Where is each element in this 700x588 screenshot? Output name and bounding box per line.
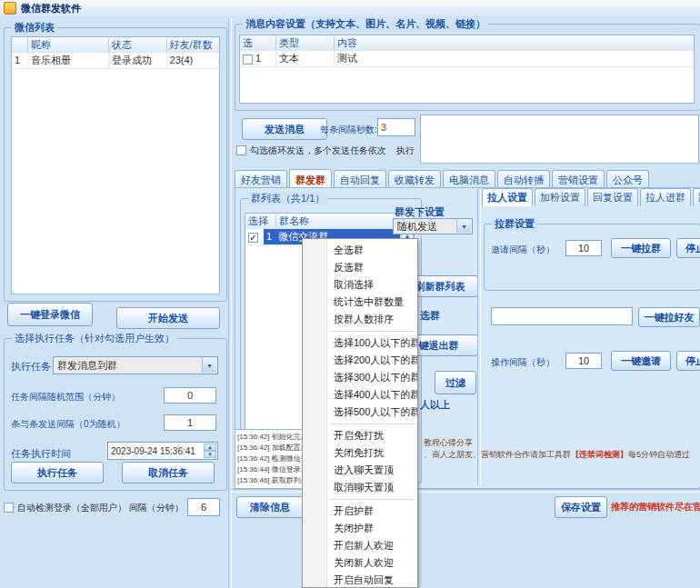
task-time-value: 2023-09-24 15:36:41 — [111, 446, 195, 456]
menu-item-clear-selection[interactable]: 取消选择 — [303, 276, 417, 294]
subtab-pull-into-group[interactable]: 拉人进群 — [640, 188, 691, 206]
account-row-index: 1 — [12, 53, 28, 68]
send-gap-input[interactable]: 1 — [164, 414, 216, 431]
subtab-fans-settings[interactable]: 加粉设置 — [535, 188, 585, 206]
chevron-down-icon[interactable]: ▼ — [456, 220, 471, 233]
notice-line2-highlight: 【违禁词检测】 — [571, 450, 628, 459]
task-select[interactable]: 群发消息到群 ▼ — [53, 356, 218, 374]
menu-item-select-under-100[interactable]: 选择100人以下的群 — [303, 334, 417, 352]
menu-item-invert-selection[interactable]: 反选群 — [303, 259, 417, 276]
op-invite-button[interactable]: 一键邀请 — [611, 351, 671, 371]
app-icon — [4, 2, 16, 15]
task-interval-label: 任务间隔随机范围（分钟） — [11, 391, 120, 404]
app-window: 微信群发软件 微信列表 昵称 状态 好友/群数 1 音乐相册 登录成功 23(4… — [0, 0, 700, 588]
message-col-type: 类型 — [276, 35, 335, 50]
spinner-up-icon[interactable]: ▲ — [204, 443, 216, 451]
group-list-title: 群列表（共1/1） — [248, 192, 327, 205]
wechat-account-table: 昵称 状态 好友/群数 1 音乐相册 登录成功 23(4) — [11, 36, 220, 294]
menu-item-welcome-on[interactable]: 开启新人欢迎 — [303, 537, 417, 554]
context-menu: 全选群 反选群 取消选择 统计选中群数量 按群人数排序 选择100人以下的群 选… — [302, 238, 418, 588]
menu-item-autoreply-on[interactable]: 开启自动回复 — [303, 572, 417, 588]
message-row-select: 1 — [240, 51, 276, 66]
task-time-input[interactable]: 2023-09-24 15:36:41 ▲ ▼ — [107, 442, 218, 460]
loop-send-label-text: 勾选循环发送，多个发送任务依次 — [250, 145, 386, 155]
menu-item-unpin-chat[interactable]: 取消聊天置顶 — [303, 479, 417, 496]
menu-separator — [330, 424, 415, 424]
autocheck-label: 自动检测登录（全部用户） 间隔（分钟） — [17, 502, 184, 514]
menu-item-guard-off[interactable]: 关闭护群 — [303, 520, 417, 537]
tab-favorite-forward[interactable]: 收藏转发 — [388, 170, 441, 189]
tab-auto-relay[interactable]: 自动转播 — [497, 170, 550, 189]
invite-button[interactable]: 一键拉群 — [611, 238, 671, 258]
message-col-content: 内容 — [335, 35, 694, 50]
per-interval-label: 每条间隔秒数: — [320, 124, 377, 136]
subtab-invite-settings[interactable]: 拉人设置 — [482, 188, 533, 206]
message-row-checkbox[interactable] — [243, 55, 253, 65]
autocheck-checkbox[interactable] — [4, 503, 14, 513]
save-settings-button[interactable]: 保存设置 — [555, 496, 607, 518]
message-input-textarea[interactable] — [420, 115, 699, 164]
message-row-type: 文本 — [276, 51, 335, 66]
subtab-reply-settings[interactable]: 回复设置 — [587, 188, 638, 206]
loop-send-checkbox[interactable] — [236, 145, 246, 155]
tab-group-send[interactable]: 群发群 — [289, 169, 332, 189]
per-interval-input[interactable]: 3 — [377, 118, 415, 136]
tab-auto-reply[interactable]: 自动回复 — [334, 170, 386, 189]
tab-marketing-settings[interactable]: 营销设置 — [552, 170, 605, 189]
notice-line2-pre: 、商人之朋友、营销软件合作请加工具群 — [424, 450, 571, 459]
menu-item-mute-on[interactable]: 开启免打扰 — [303, 427, 417, 444]
select-group-label: 选群 — [420, 309, 440, 323]
account-col-counts: 好友/群数 — [167, 37, 219, 52]
menu-item-select-under-500[interactable]: 选择500人以下的群 — [303, 404, 417, 421]
message-row-content: 测试 — [335, 51, 694, 66]
cancel-task-button[interactable]: 取消任务 — [122, 462, 215, 483]
tab-friend-marketing[interactable]: 好友营销 — [235, 170, 287, 189]
op-stop-button[interactable]: 停止 — [676, 351, 700, 371]
group-list-header: 选择 群名称 — [245, 214, 414, 229]
menu-item-mute-off[interactable]: 关闭免打扰 — [303, 444, 417, 462]
menu-item-guard-on[interactable]: 开启护群 — [303, 503, 417, 520]
task-time-spinner[interactable]: ▲ ▼ — [204, 443, 216, 458]
autocheck-interval-input[interactable]: 6 — [187, 498, 220, 516]
menu-item-count-selected[interactable]: 统计选中群数量 — [303, 294, 417, 311]
window-title: 微信群发软件 — [21, 2, 81, 15]
notice-line2-post: 每5分钟自动通过 — [628, 450, 690, 459]
task-interval-input[interactable]: 0 — [164, 387, 216, 404]
keyword-input[interactable] — [491, 307, 633, 325]
spinner-down-icon[interactable]: ▼ — [204, 451, 216, 458]
subpanel-divider — [477, 189, 481, 485]
menu-item-select-under-200[interactable]: 选择200人以下的群 — [303, 352, 417, 369]
menu-item-pin-chat[interactable]: 进入聊天置顶 — [303, 462, 417, 479]
send-setting-label: 群发下设置 — [395, 205, 445, 219]
menu-item-select-under-400[interactable]: 选择400人以下的群 — [303, 386, 417, 404]
invite-stop-button[interactable]: 停止 — [676, 238, 700, 258]
loop-send-label-text2: 执行 — [396, 145, 415, 155]
start-send-button[interactable]: 开始发送 — [116, 307, 220, 329]
pull-friend-button[interactable]: 一键拉好友 — [638, 307, 700, 327]
menu-separator — [330, 331, 415, 332]
tab-pc-message[interactable]: 电脑消息 — [443, 170, 495, 189]
account-row-counts: 23(4) — [167, 53, 219, 68]
invite-interval-input[interactable]: 10 — [565, 240, 602, 256]
send-setting-select[interactable]: 随机发送 ▼ — [393, 218, 473, 234]
send-message-button[interactable]: 发送消息 — [242, 118, 327, 140]
tab-official-account[interactable]: 公众号 — [606, 170, 649, 189]
op-interval-input[interactable]: 10 — [565, 353, 602, 369]
menu-item-welcome-off[interactable]: 关闭新人欢迎 — [303, 554, 417, 572]
exec-task-button[interactable]: 执行任务 — [11, 462, 104, 483]
message-row[interactable]: 1 文本 测试 — [240, 51, 694, 67]
chevron-down-icon[interactable]: ▼ — [202, 358, 216, 373]
menu-item-sort-by-members[interactable]: 按群人数排序 — [303, 311, 417, 328]
op-interval-label: 操作间隔（秒） — [491, 356, 555, 369]
message-col-select: 选 — [240, 35, 276, 50]
clear-info-button[interactable]: 清除信息 — [236, 496, 304, 518]
group-row-checkbox[interactable]: ✓ — [248, 233, 258, 243]
subtab-kick[interactable]: 踢人 — [693, 188, 700, 206]
account-col-status: 状态 — [109, 37, 166, 52]
menu-item-select-all-groups[interactable]: 全选群 — [303, 242, 417, 259]
filter-button[interactable]: 过滤 — [435, 371, 476, 394]
login-wechat-button[interactable]: 一键登录微信 — [7, 303, 93, 326]
footer-note: 推荐的营销软件尽在官网 — [611, 501, 700, 513]
menu-item-select-under-300[interactable]: 选择300人以下的群 — [303, 369, 417, 386]
account-row[interactable]: 1 音乐相册 登录成功 23(4) — [12, 53, 219, 69]
